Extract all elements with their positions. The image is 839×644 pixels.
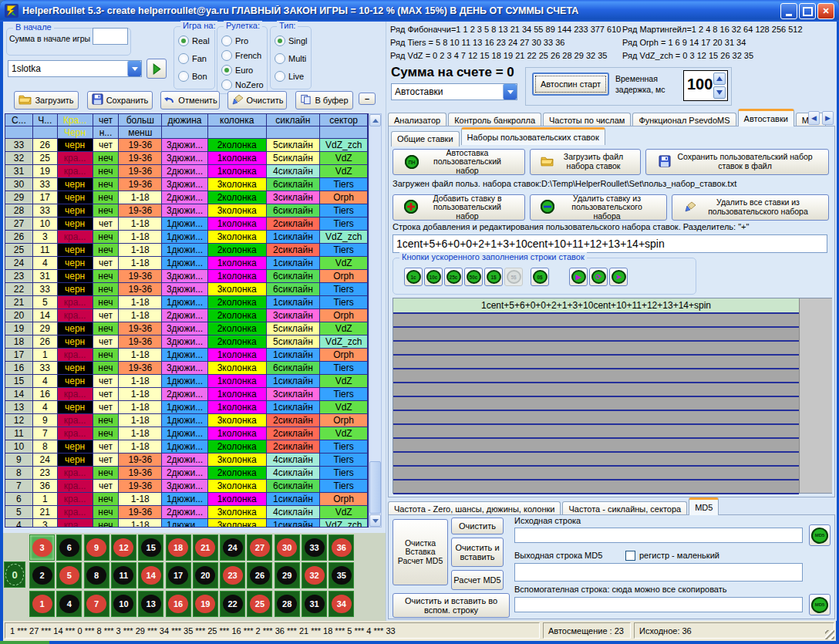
lowercase-checkbox[interactable]: [625, 551, 635, 561]
roulette-cell-27[interactable]: 27: [247, 534, 272, 561]
add-bet-button[interactable]: Добавить ставку в пользовательский набор: [393, 194, 525, 221]
scroll-down-icon[interactable]: [369, 514, 381, 527]
save-button[interactable]: Сохранить: [87, 91, 153, 110]
roulette-cell-15[interactable]: 15: [138, 534, 163, 561]
roulette-cell-1[interactable]: 1: [29, 591, 55, 617]
md5-clear-paste-aux-button[interactable]: Очистить и вставить во вспом. строку: [393, 593, 510, 618]
spinner-down-icon[interactable]: [713, 86, 726, 99]
radio-singl[interactable]: Singl: [275, 33, 307, 49]
sub-tab-0[interactable]: Общие ставки: [391, 131, 460, 147]
roulette-cell-12[interactable]: 12: [111, 534, 136, 561]
radio-multi[interactable]: Multi: [275, 51, 306, 66]
radio-live[interactable]: Live: [275, 69, 304, 84]
bet-list-row[interactable]: [393, 328, 799, 342]
tabs-scroll-left-icon[interactable]: ◀: [808, 111, 820, 125]
roulette-cell-28[interactable]: 28: [275, 591, 300, 617]
roulette-cell-19[interactable]: 19: [193, 591, 218, 617]
bottom-tab-2[interactable]: MD5: [689, 497, 719, 515]
bet-list-row[interactable]: 1cent+5+6+0+0+2+1+3+10cent+10+11+12+13+1…: [393, 298, 799, 314]
delete-all-bets-button[interactable]: Удалить все ставки из пользовательского …: [672, 194, 829, 221]
bet-list-row[interactable]: [393, 411, 799, 425]
refresh-button[interactable]: ⟳: [589, 268, 608, 286]
md5-source-input[interactable]: [514, 528, 803, 543]
copy-button[interactable]: В буфер: [295, 91, 353, 110]
chip-25c-button[interactable]: 25c: [444, 268, 463, 286]
autobet-user-set-button[interactable]: ПН Автоставка пользовательский набор: [393, 149, 525, 175]
md5-run-button[interactable]: MD5: [809, 524, 831, 546]
roulette-cell-9[interactable]: 9: [84, 534, 110, 561]
undo-button[interactable]: Отменить: [160, 91, 220, 110]
chip-10c-button[interactable]: 10c: [424, 268, 443, 286]
bet-list-row[interactable]: [393, 369, 799, 383]
radio-real[interactable]: Real: [178, 33, 210, 49]
maximize-button[interactable]: [799, 3, 816, 19]
roulette-cell-11[interactable]: 11: [111, 562, 136, 588]
roulette-cell-17[interactable]: 17: [166, 562, 191, 588]
md5-calc-button[interactable]: Расчет MD5: [451, 570, 504, 590]
radio-french[interactable]: French: [221, 48, 261, 63]
roulette-cell-22[interactable]: 22: [220, 591, 245, 617]
roulette-cell-7[interactable]: 7: [84, 591, 110, 617]
play-button[interactable]: ▶: [569, 268, 588, 286]
md5-run-aux-button[interactable]: MD5: [809, 594, 831, 615]
roulette-cell-31[interactable]: 31: [302, 591, 327, 617]
radio-fan[interactable]: Fan: [178, 51, 207, 66]
radio-bon[interactable]: Bon: [178, 69, 207, 84]
roulette-cell-2[interactable]: 2: [29, 562, 55, 588]
clear-button[interactable]: Очистить: [227, 91, 287, 110]
start-sum-input[interactable]: [93, 28, 128, 45]
roulette-cell-4[interactable]: 4: [56, 591, 82, 617]
bet-string-input[interactable]: [393, 234, 827, 253]
radio-pro[interactable]: Pro: [221, 33, 248, 49]
save-bet-file-button[interactable]: Сохранить пользовательский набор ставок …: [645, 149, 829, 175]
chip-50c-button[interactable]: 50c: [464, 268, 483, 286]
roulette-cell-5[interactable]: 5: [56, 562, 82, 588]
mode-dropdown[interactable]: Автоставки: [391, 83, 517, 100]
roulette-cell-36[interactable]: 36: [329, 534, 354, 561]
roulette-cell-25[interactable]: 25: [247, 591, 272, 617]
chevron-down-icon[interactable]: [503, 84, 517, 99]
delay-spinner[interactable]: 100: [683, 70, 728, 101]
md5-output-input[interactable]: [514, 563, 803, 582]
roulette-cell-29[interactable]: 29: [275, 562, 300, 588]
md5-aux-input[interactable]: [514, 597, 803, 612]
radio-euro[interactable]: Euro: [221, 62, 253, 78]
bet-list-row[interactable]: [393, 383, 799, 397]
tabs-scroll-right-icon[interactable]: ▶: [822, 111, 834, 125]
roulette-cell-21[interactable]: 21: [193, 534, 218, 561]
roulette-cell-26[interactable]: 26: [247, 562, 272, 588]
bet-list-row[interactable]: [393, 439, 799, 453]
delete-bet-button[interactable]: Удалить ставку из пользовательского набо…: [530, 194, 667, 221]
spinner-up-icon[interactable]: [713, 72, 726, 85]
roulette-cell-32[interactable]: 32: [302, 562, 327, 588]
chip-1c-button[interactable]: 1c: [404, 268, 423, 286]
roulette-cell-10[interactable]: 10: [111, 591, 136, 617]
load-bet-file-button[interactable]: Загрузить файл набора ставок: [530, 149, 641, 175]
bet-list-row[interactable]: [393, 314, 799, 328]
bet-list-row[interactable]: [393, 356, 799, 369]
chevron-down-icon[interactable]: [127, 61, 141, 76]
resize-grip[interactable]: [825, 630, 834, 639]
roulette-cell-24[interactable]: 24: [220, 534, 245, 561]
md5-clear-paste-button[interactable]: Очистить и вставить: [451, 538, 504, 567]
table-scrollbar[interactable]: [369, 113, 382, 528]
roulette-cell-23[interactable]: 23: [220, 562, 245, 588]
md5-clear-button[interactable]: Очистить: [451, 518, 504, 534]
minimize-button[interactable]: [780, 3, 797, 19]
close-button[interactable]: ✕: [817, 3, 834, 19]
scroll-thumb[interactable]: [369, 461, 381, 514]
roulette-cell-30[interactable]: 30: [275, 534, 300, 561]
bet-list-row[interactable]: [393, 397, 799, 411]
roulette-cell-8[interactable]: 8: [84, 562, 110, 588]
load-button[interactable]: Загрузить: [14, 91, 79, 110]
sub-tab-1[interactable]: Наборы пользовательских ставок: [461, 127, 605, 145]
roulette-cell-16[interactable]: 16: [166, 591, 191, 617]
bet-list-row[interactable]: [393, 453, 799, 467]
md5-main-button[interactable]: Очистка Вставка Расчет MD5: [393, 519, 448, 585]
main-tab-4[interactable]: Автоставки: [738, 109, 794, 126]
chip-1dollar-button[interactable]: 1$: [484, 268, 503, 286]
roulette-cell-35[interactable]: 35: [329, 562, 354, 588]
roulette-cell-6[interactable]: 6: [56, 534, 82, 561]
scroll-up-icon[interactable]: [369, 114, 381, 126]
play-button[interactable]: [147, 59, 167, 79]
